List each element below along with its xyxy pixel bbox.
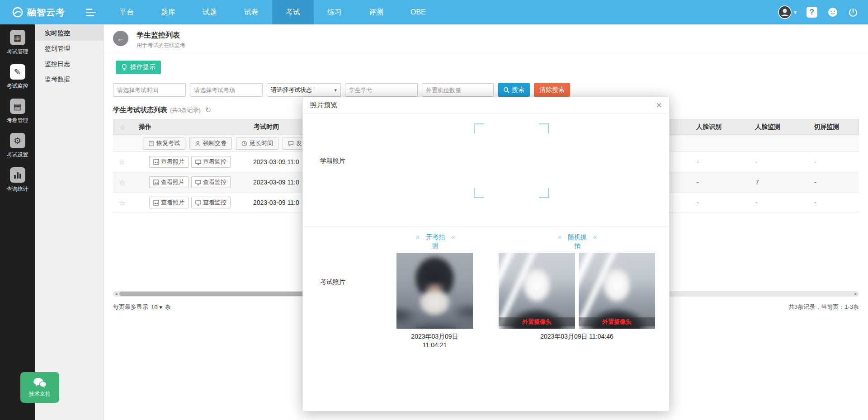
submenu-item-monitor-log[interactable]: 监控日志 [35,56,104,71]
brand[interactable]: 融智云考 [12,6,65,19]
nav-item-papers[interactable]: 试卷 [231,0,272,24]
column-header-face-monitor: 人脸监测 [748,123,807,131]
exam-room-input[interactable] [190,83,263,97]
face-monitor-cell: 7 [748,179,807,186]
submenu-item-realtime-monitor[interactable]: 实时监控 [35,25,104,41]
photo-preview-modal: 照片预览 × 学籍照片 考试照片 »开考拍照« »随机抓拍« 外置摄像头 外置摄… [302,97,670,411]
extend-time-button[interactable]: 延长时间 [236,137,278,150]
filter-bar: 请选择考试状态 ▾ 搜索 清除搜索 [113,83,868,97]
page-size-select[interactable]: 10 ▾ [151,304,162,311]
tech-support-button[interactable]: 技术支持 [20,372,59,403]
photo-icon [153,200,159,206]
view-monitor-button[interactable]: 查看监控 [191,176,231,188]
sidebar-item-exam-management[interactable]: ▦ 考试管理 [0,24,35,59]
clear-search-button[interactable]: 清除搜索 [534,83,570,97]
star-icon[interactable]: ☆ [113,158,131,166]
pagination-summary: 共3条记录，当前页：1-3条 [788,303,859,311]
view-photos-button[interactable]: 查看照片 [149,156,189,168]
star-icon[interactable]: ☆ [113,178,131,187]
screen-monitor-cell: - [807,199,859,206]
nav-item-question-bank[interactable]: 题库 [147,0,189,24]
student-id-input[interactable] [345,83,418,97]
random-capture-photo[interactable]: 外置摄像头 [499,253,575,329]
wechat-icon [33,377,47,389]
sidebar-item-exam-monitoring[interactable]: ✎ 考试监控 [0,59,35,93]
chat-bubble-icon [288,141,294,146]
scroll-right-icon[interactable]: ▸ [853,291,859,297]
face-id-cell: - [689,179,748,186]
photo-icon [153,179,159,185]
service-icon[interactable] [827,7,838,18]
exam-photo-label: 考试照片 [320,278,345,286]
column-header-screen-monitor: 切屏监测 [807,123,859,131]
face-monitor-cell: - [748,158,807,165]
star-icon[interactable]: ☆ [113,198,131,207]
column-header-face-id: 人脸识别 [689,123,748,131]
screen-monitor-cell: - [807,179,859,186]
force-submit-button[interactable]: 强制交卷 [189,137,232,150]
modal-titlebar: 照片预览 × [303,97,669,113]
deco-arrow-left: » [416,233,420,241]
sidebar-item-statistics[interactable]: 查询统计 [0,162,35,196]
enrollment-photo-placeholder [474,123,549,198]
modal-divider [303,227,669,227]
clock-icon [241,141,247,146]
external-camera-count-input[interactable] [422,83,494,97]
submenu-item-proctor-data[interactable]: 监考数据 [35,71,104,87]
nav-item-obe[interactable]: OBE [397,0,439,24]
logout-power-icon[interactable] [848,7,858,17]
view-photos-button[interactable]: 查看照片 [149,176,189,188]
view-monitor-button[interactable]: 查看监控 [191,156,231,168]
face-id-cell: - [689,199,748,206]
star-icon[interactable]: ☆ [113,123,132,132]
sidebar-item-exam-settings[interactable]: ⚙ 考试设置 [0,127,35,162]
exam-status-select[interactable]: 请选择考试状态 ▾ [267,83,341,97]
nav-item-exam[interactable]: 考试 [272,0,314,24]
photo-timestamp: 2023年03月09日 11:04:46 [499,332,655,341]
exam-monitoring-icon: ✎ [10,64,25,80]
chevron-down-icon: ▾ [794,9,797,15]
random-capture-title: »随机抓拍« [566,233,589,250]
chevron-down-icon: ▾ [334,87,337,93]
topnav-right: ▾ ? [778,5,858,19]
menu-toggle-icon[interactable] [86,9,96,16]
page-size-suffix: 条 [165,303,171,311]
submenu-item-checkin[interactable]: 签到管理 [35,41,104,56]
sidebar-item-paper-management[interactable]: ▤ 考卷管理 [0,93,35,127]
page-size-prefix: 每页最多显示 [113,303,148,311]
modal-title: 照片预览 [310,101,337,109]
search-button[interactable]: 搜索 [498,83,530,97]
exam-start-photo[interactable] [396,253,473,329]
operation-tips-button[interactable]: 操作提示 [116,61,161,74]
logo-icon [12,6,24,18]
random-capture-photo[interactable]: 外置摄像头 [579,253,655,329]
lightbulb-icon [121,64,127,71]
paper-management-icon: ▤ [10,99,25,114]
exam-time-input[interactable] [113,83,186,97]
help-icon[interactable]: ? [807,7,817,18]
monitor-icon [195,159,201,165]
face-monitor-cell: - [748,199,807,206]
deco-arrow-right: « [593,233,597,241]
nav-item-practice[interactable]: 练习 [314,0,355,24]
resume-exam-button[interactable]: 恢复考试 [143,137,185,150]
refresh-icon[interactable]: ↻ [205,106,211,114]
view-monitor-button[interactable]: 查看监控 [191,197,231,208]
close-icon[interactable]: × [656,100,662,110]
external-camera-watermark: 外置摄像头 [579,317,655,326]
enrollment-photo-label: 学籍照片 [320,157,345,165]
nav-item-evaluation[interactable]: 评测 [355,0,397,24]
view-photos-button[interactable]: 查看照片 [149,197,189,208]
exam-start-photo-title: »开考拍照« [424,233,447,250]
monitor-icon [195,179,201,185]
back-button[interactable]: ← [113,31,128,46]
scrollbar-thumb[interactable] [119,292,314,296]
external-camera-watermark: 外置摄像头 [499,317,575,326]
monitor-submenu: 实时监控 签到管理 监控日志 监考数据 [35,24,104,420]
nav-item-questions[interactable]: 试题 [189,0,231,24]
nav-item-platform[interactable]: 平台 [106,0,147,24]
top-navbar: 融智云考 平台 题库 试题 试卷 考试 练习 评测 OBE ▾ ? [0,0,868,24]
user-menu[interactable]: ▾ [778,5,797,19]
scroll-left-icon[interactable]: ◂ [113,291,119,297]
page-subtitle: 用于考试的在线监考 [137,42,185,49]
